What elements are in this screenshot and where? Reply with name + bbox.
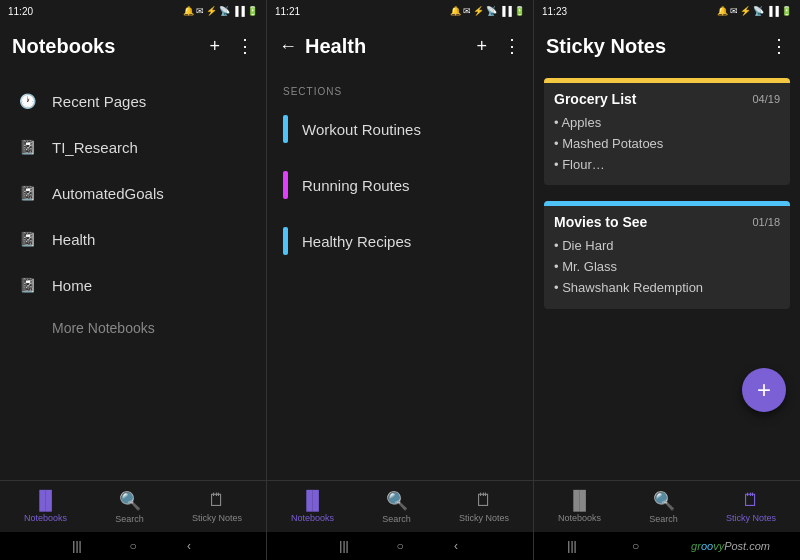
grocery-list-date: 04/19 bbox=[752, 93, 780, 105]
grocery-item-3: Flour… bbox=[554, 155, 780, 176]
movies-to-see-date: 01/18 bbox=[752, 216, 780, 228]
grocery-item-2: Mashed Potatoes bbox=[554, 134, 780, 155]
nav-search-1[interactable]: 🔍 Search bbox=[115, 490, 144, 524]
more-notebooks-link[interactable]: More Notebooks bbox=[0, 308, 266, 348]
header-actions-2: + ⋮ bbox=[476, 35, 521, 57]
search-nav-icon-2: 🔍 bbox=[386, 490, 408, 512]
movies-to-see-body: Die Hard Mr. Glass Shawshank Redemption bbox=[544, 234, 790, 308]
section-workout-routines[interactable]: Workout Routines bbox=[267, 101, 533, 157]
sys-back-btn-2[interactable]: ‹ bbox=[448, 538, 464, 554]
sections-label: SECTIONS bbox=[267, 78, 533, 101]
grocery-list-header: Grocery List 04/19 bbox=[544, 83, 790, 111]
health-label: Health bbox=[52, 231, 95, 248]
nav-notebooks-1[interactable]: ▐▌ Notebooks bbox=[24, 490, 67, 523]
time-3: 11:23 bbox=[542, 6, 567, 17]
groovy-vy: vy bbox=[713, 540, 724, 552]
sticky-notes-title: Sticky Notes bbox=[546, 35, 666, 58]
notebooks-title: Notebooks bbox=[12, 35, 115, 58]
recipes-color-bar bbox=[283, 227, 288, 255]
notebooks-nav-icon-3: ▐▌ bbox=[567, 490, 593, 511]
back-button-2[interactable]: ← bbox=[279, 36, 297, 57]
nav-sticky-notes-2[interactable]: 🗒 Sticky Notes bbox=[459, 490, 509, 523]
search-nav-icon-3: 🔍 bbox=[653, 490, 675, 512]
watermark-area: groovyPost.com bbox=[691, 540, 770, 552]
sys-back-btn-1[interactable]: ‹ bbox=[181, 538, 197, 554]
running-routes-label: Running Routes bbox=[302, 177, 410, 194]
sticky-notes-header: Sticky Notes ⋮ bbox=[534, 22, 800, 70]
nav-sticky-notes-1[interactable]: 🗒 Sticky Notes bbox=[192, 490, 242, 523]
sticky-notes-nav-icon-2: 🗒 bbox=[475, 490, 493, 511]
status-bar-3: 11:23 🔔✉⚡📡 ▐▐🔋 bbox=[534, 0, 800, 22]
nav-sticky-label-2: Sticky Notes bbox=[459, 513, 509, 523]
sticky-notes-content: Grocery List 04/19 Apples Mashed Potatoe… bbox=[534, 70, 800, 480]
more-options-button-3[interactable]: ⋮ bbox=[770, 35, 788, 57]
status-bar-2: 11:21 🔔✉⚡📡 ▐▐🔋 bbox=[267, 0, 533, 22]
status-bar-1: 11:20 🔔✉⚡📡 ▐▐🔋 bbox=[0, 0, 266, 22]
notebook-item-health[interactable]: 📓 Health bbox=[0, 216, 266, 262]
movies-to-see-card[interactable]: Movies to See 01/18 Die Hard Mr. Glass S… bbox=[544, 201, 790, 308]
system-nav-2: ||| ○ ‹ bbox=[267, 532, 533, 560]
sys-menu-btn-1[interactable]: ||| bbox=[69, 538, 85, 554]
nav-search-label-2: Search bbox=[382, 514, 411, 524]
add-notebook-button[interactable]: + bbox=[209, 36, 220, 57]
sticky-notes-nav-icon-1: 🗒 bbox=[208, 490, 226, 511]
nav-sticky-notes-3[interactable]: 🗒 Sticky Notes bbox=[726, 490, 776, 523]
more-options-button-2[interactable]: ⋮ bbox=[503, 35, 521, 57]
search-nav-icon-1: 🔍 bbox=[119, 490, 141, 512]
groovy-oo: oo bbox=[701, 540, 713, 552]
movie-item-3: Shawshank Redemption bbox=[554, 278, 780, 299]
sys-home-btn-3[interactable]: ○ bbox=[628, 538, 644, 554]
nav-notebooks-3[interactable]: ▐▌ Notebooks bbox=[558, 490, 601, 523]
nav-search-2[interactable]: 🔍 Search bbox=[382, 490, 411, 524]
sticky-notes-nav-icon-3: 🗒 bbox=[742, 490, 760, 511]
movies-to-see-header: Movies to See 01/18 bbox=[544, 206, 790, 234]
time-2: 11:21 bbox=[275, 6, 300, 17]
nav-search-label-1: Search bbox=[115, 514, 144, 524]
notebook-item-automated-goals[interactable]: 📓 AutomatedGoals bbox=[0, 170, 266, 216]
sys-home-btn-1[interactable]: ○ bbox=[125, 538, 141, 554]
section-healthy-recipes[interactable]: Healthy Recipes bbox=[267, 213, 533, 269]
notebook-item-home[interactable]: 📓 Home bbox=[0, 262, 266, 308]
notebook-item-ti-research[interactable]: 📓 TI_Research bbox=[0, 124, 266, 170]
phone-2-health: 11:21 🔔✉⚡📡 ▐▐🔋 ← Health + ⋮ SECTIONS Wor… bbox=[267, 0, 534, 560]
workout-routines-label: Workout Routines bbox=[302, 121, 421, 138]
notebook-icon-red-1: 📓 bbox=[16, 274, 38, 296]
notebooks-nav-icon-2: ▐▌ bbox=[300, 490, 326, 511]
status-icons-1: 🔔✉⚡📡 ▐▐🔋 bbox=[183, 6, 258, 16]
section-running-routes[interactable]: Running Routes bbox=[267, 157, 533, 213]
health-header: ← Health + ⋮ bbox=[267, 22, 533, 70]
system-nav-3: ||| ○ groovyPost.com bbox=[534, 532, 800, 560]
nav-sticky-label-1: Sticky Notes bbox=[192, 513, 242, 523]
grocery-list-card[interactable]: Grocery List 04/19 Apples Mashed Potatoe… bbox=[544, 78, 790, 185]
nav-search-label-3: Search bbox=[649, 514, 678, 524]
nav-search-3[interactable]: 🔍 Search bbox=[649, 490, 678, 524]
notebooks-header: Notebooks + ⋮ bbox=[0, 22, 266, 70]
notebook-icon-pink-1: 📓 bbox=[16, 182, 38, 204]
add-section-button[interactable]: + bbox=[476, 36, 487, 57]
system-nav-1: ||| ○ ‹ bbox=[0, 532, 266, 560]
phone-3-sticky-notes: 11:23 🔔✉⚡📡 ▐▐🔋 Sticky Notes ⋮ Grocery Li… bbox=[534, 0, 800, 560]
bottom-nav-3: ▐▌ Notebooks 🔍 Search 🗒 Sticky Notes bbox=[534, 480, 800, 532]
health-content: SECTIONS Workout Routines Running Routes… bbox=[267, 70, 533, 480]
bottom-nav-1: ▐▌ Notebooks 🔍 Search 🗒 Sticky Notes bbox=[0, 480, 266, 532]
running-color-bar bbox=[283, 171, 288, 199]
nav-notebooks-2[interactable]: ▐▌ Notebooks bbox=[291, 490, 334, 523]
sys-menu-btn-3[interactable]: ||| bbox=[564, 538, 580, 554]
more-options-button-1[interactable]: ⋮ bbox=[236, 35, 254, 57]
recent-pages-label: Recent Pages bbox=[52, 93, 146, 110]
clock-icon: 🕐 bbox=[16, 90, 38, 112]
notebook-item-recent-pages[interactable]: 🕐 Recent Pages bbox=[0, 78, 266, 124]
healthy-recipes-label: Healthy Recipes bbox=[302, 233, 411, 250]
nav-notebooks-label-3: Notebooks bbox=[558, 513, 601, 523]
automated-goals-label: AutomatedGoals bbox=[52, 185, 164, 202]
movie-item-2: Mr. Glass bbox=[554, 257, 780, 278]
sys-home-btn-2[interactable]: ○ bbox=[392, 538, 408, 554]
grocery-item-1: Apples bbox=[554, 113, 780, 134]
notebooks-nav-icon-1: ▐▌ bbox=[33, 490, 59, 511]
bottom-nav-2: ▐▌ Notebooks 🔍 Search 🗒 Sticky Notes bbox=[267, 480, 533, 532]
sys-menu-btn-2[interactable]: ||| bbox=[336, 538, 352, 554]
add-sticky-note-fab[interactable]: + bbox=[742, 368, 786, 412]
health-title: Health bbox=[305, 35, 366, 58]
groovy-g: gr bbox=[691, 540, 701, 552]
grocery-list-title: Grocery List bbox=[554, 91, 636, 107]
